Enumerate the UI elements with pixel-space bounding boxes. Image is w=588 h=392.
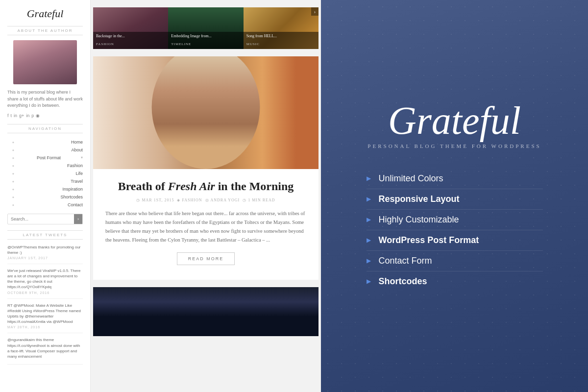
slide-2-label: Embedding Image from... TIMELINE <box>168 32 243 49</box>
twitter-icon[interactable]: t <box>11 113 12 118</box>
nav-contact[interactable]: Contact <box>7 201 83 209</box>
tweet-2-date: OCTOBER 9TH, 2016 <box>7 291 83 294</box>
about-section-title: ABOUT THE AUTHOR <box>7 26 83 35</box>
tweet-4: @ngurandikaim this theme https://t.co/4l… <box>7 337 83 365</box>
slider-next-arrow[interactable]: › <box>311 7 318 16</box>
features-list: ▶ Unlimited Colors ▶ Responsive Layout ▶… <box>367 169 543 292</box>
feature-arrow-4: ▶ <box>367 237 371 244</box>
user-icon: ◎ <box>205 198 209 202</box>
feature-text-1: Unlimited Colors <box>379 173 443 184</box>
slide-2-title: Embedding Image from... <box>171 34 240 38</box>
latest-tweets-section: LATEST TWEETS @OnWPThemes thanks for pro… <box>7 230 83 365</box>
instagram-icon[interactable]: in <box>14 113 17 118</box>
slide-2[interactable]: Embedding Image from... TIMELINE <box>168 7 243 49</box>
linkedin-icon[interactable]: in <box>26 113 29 118</box>
post-hero-person <box>138 56 273 169</box>
search-box: › <box>7 214 83 224</box>
folder-icon: ◈ <box>177 198 180 202</box>
post-hero-image <box>93 56 318 169</box>
nav-post-format[interactable]: Post Format▾ <box>7 154 83 162</box>
post-title-end: in the Morning <box>215 180 294 193</box>
feature-text-3: Highly Customizable <box>379 215 459 225</box>
feature-item-6: ▶ Shortcodes <box>367 271 543 292</box>
feature-arrow-1: ▶ <box>367 175 371 182</box>
facebook-icon[interactable]: f <box>7 113 9 118</box>
feature-item-5: ▶ Contact Form <box>367 251 543 271</box>
nav-fashion[interactable]: Fashion <box>7 162 83 170</box>
post-read-time: ◷ 1 MIN READ <box>243 198 275 202</box>
slider-section: Backstage in the... FASHION Embedding Im… <box>93 7 318 49</box>
slide-2-cat: TIMELINE <box>171 42 191 46</box>
feature-arrow-5: ▶ <box>367 257 371 265</box>
slide-3-title: Song from HELL... <box>246 34 316 38</box>
googleplus-icon[interactable]: g+ <box>19 113 24 118</box>
feature-item-4: ▶ WordPress Post Format <box>367 230 543 251</box>
feature-item-1: ▶ Unlimited Colors <box>367 169 543 189</box>
read-more-button[interactable]: READ MORE <box>177 252 235 265</box>
brand-logo-large: Grateful <box>388 101 521 140</box>
post-author: ◎ ANDRA YOGI <box>205 198 240 202</box>
tweet-3-date: MAY 28TH, 2016 <box>7 325 83 329</box>
main-content: Backstage in the... FASHION Embedding Im… <box>91 0 321 392</box>
feature-text-5: Contact Form <box>379 256 432 266</box>
nav-life[interactable]: Life <box>7 170 83 177</box>
nav-inspiration[interactable]: Inspiration <box>7 185 83 193</box>
post-hero-inner <box>93 56 318 169</box>
sidebar: Grateful ABOUT THE AUTHOR This is my per… <box>0 0 91 392</box>
nav-travel[interactable]: Travel <box>7 177 83 185</box>
tweet-1: @OnWPThemes thanks for promoting our the… <box>7 245 83 264</box>
rss-icon[interactable]: ◉ <box>36 113 40 118</box>
feature-arrow-3: ▶ <box>367 216 371 223</box>
feature-item-2: ▶ Responsive Layout <box>367 189 543 210</box>
tweet-2-text: We've just released ViralWP v1.0.5. Ther… <box>7 268 83 290</box>
nav-home[interactable]: Home <box>7 138 83 146</box>
feature-text-2: Responsive Layout <box>379 194 460 204</box>
slide-1-cat: FASHION <box>96 42 114 46</box>
slider-container: Backstage in the... FASHION Embedding Im… <box>93 7 318 49</box>
tweet-1-date: JANUARY 1ST, 2017 <box>7 256 83 260</box>
post-preview <box>93 287 318 336</box>
post-card: Breath of Fresh Air in the Morning ◷ MAR… <box>93 56 318 280</box>
post-meta: ◷ MAR 1ST, 2015 ◈ FASHION ◎ ANDRA YOGI ◷… <box>105 198 306 202</box>
post-preview-image <box>93 287 318 336</box>
nav-shortcodes[interactable]: Shortcodes <box>7 193 83 201</box>
post-excerpt: There are those who believe that life he… <box>105 209 306 244</box>
post-content: Breath of Fresh Air in the Morning ◷ MAR… <box>93 169 318 280</box>
feature-arrow-2: ▶ <box>367 196 371 203</box>
nav-section-title: NAVIGATION <box>7 124 83 133</box>
slide-3-cat: MUSIC <box>246 42 260 46</box>
feature-text-6: Shortcodes <box>379 276 427 287</box>
calendar-icon: ◷ <box>136 198 140 202</box>
search-input[interactable] <box>8 214 74 224</box>
tweet-1-text: @OnWPThemes thanks for promoting our the… <box>7 245 83 255</box>
post-date: ◷ MAR 1ST, 2015 <box>136 198 174 202</box>
tweet-3-text: RT @WPMood: Make A Website Like #Reddit … <box>7 303 83 325</box>
tweet-4-text: @ngurandikaim this theme https://t.co/4l… <box>7 337 83 359</box>
navigation-section: NAVIGATION Home About Post Format▾ Fashi… <box>7 124 83 209</box>
tweets-section-title: LATEST TWEETS <box>7 230 83 240</box>
brand-tagline: PERSONAL BLOG THEME FOR WORDPRESS <box>368 143 541 149</box>
feature-item-3: ▶ Highly Customizable <box>367 210 543 230</box>
tweet-3: RT @WPMood: Make A Website Like #Reddit … <box>7 303 83 334</box>
right-panel: Grateful PERSONAL BLOG THEME FOR WORDPRE… <box>321 0 588 392</box>
pinterest-icon[interactable]: p <box>31 113 34 118</box>
tweet-2: We've just released ViralWP v1.0.5. Ther… <box>7 268 83 299</box>
blog-wrapper: Backstage in the... FASHION Embedding Im… <box>93 0 318 343</box>
feature-text-4: WordPress Post Format <box>379 235 479 245</box>
slide-3[interactable]: Song from HELL... MUSIC <box>244 7 318 49</box>
search-button[interactable]: › <box>74 214 82 224</box>
post-title-italic: Fresh Air <box>168 180 215 193</box>
slide-1-label: Backstage in the... FASHION <box>93 32 168 49</box>
social-links: f t in g+ in p ◉ <box>7 113 83 118</box>
sidebar-logo: Grateful <box>7 7 83 20</box>
author-avatar <box>13 40 77 84</box>
slide-1-title: Backstage in the... <box>96 34 165 38</box>
slide-1[interactable]: Backstage in the... FASHION <box>93 7 168 49</box>
read-more-wrap: READ MORE <box>105 252 306 265</box>
clock-icon: ◷ <box>243 198 246 202</box>
post-category[interactable]: ◈ FASHION <box>177 198 202 202</box>
post-title-start: Breath of <box>118 180 168 193</box>
feature-arrow-6: ▶ <box>367 278 371 285</box>
nav-about[interactable]: About <box>7 146 83 154</box>
author-bio: This is my personal blog where I share a… <box>7 89 83 109</box>
